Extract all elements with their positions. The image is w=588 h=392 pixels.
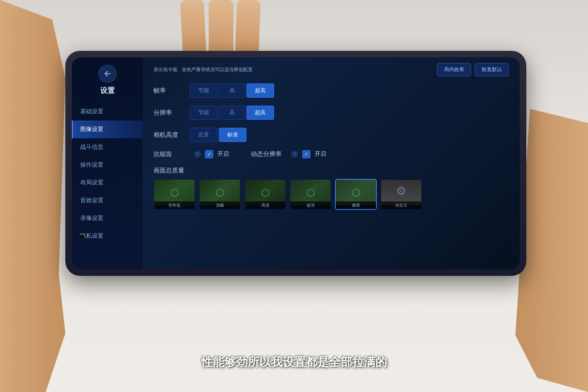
phone: 设置 基础设置 图像设置 战斗信息 操作设置 布局设置 音效设置 录像设置 隐私… bbox=[65, 51, 526, 276]
anti-alias-help-icon[interactable]: ? bbox=[194, 151, 201, 158]
quality-option-2[interactable]: ⬡ 高清 bbox=[244, 179, 286, 210]
camera-height-label: 相机高度 bbox=[154, 131, 190, 139]
top-bar-buttons: 局内效果 恢复默认 bbox=[437, 63, 509, 76]
resolution-option-2[interactable]: 超高 bbox=[246, 106, 274, 120]
in-game-effect-button[interactable]: 局内效果 bbox=[437, 63, 471, 76]
camera-height-row: 相机高度 近景 标准 bbox=[154, 128, 509, 142]
frame-rate-option-0[interactable]: 节能 bbox=[190, 83, 217, 98]
quality-option-5[interactable]: ⚙ 自定义 bbox=[380, 179, 422, 210]
back-button[interactable] bbox=[98, 65, 117, 83]
thumb-label-1: 流畅 bbox=[200, 201, 240, 209]
image-quality-title: 画面总质量 bbox=[154, 166, 509, 175]
subtitle: 性能够劲所以我设置都是全部拉满的 bbox=[0, 354, 588, 370]
phone-screen: 设置 基础设置 图像设置 战斗信息 操作设置 布局设置 音效设置 录像设置 隐私… bbox=[72, 57, 520, 269]
dynamic-res-checkbox[interactable] bbox=[302, 150, 310, 158]
dynamic-res-group: 动态分辨率 ? 开启 bbox=[251, 150, 326, 158]
camera-height-option-0[interactable]: 近景 bbox=[190, 128, 217, 142]
settings-title: 设置 bbox=[72, 86, 143, 95]
image-quality-section: 画面总质量 ⬡ 非常低 ⬡ bbox=[154, 166, 509, 210]
dynamic-res-toggle-label: 开启 bbox=[315, 150, 326, 158]
camera-height-option-1[interactable]: 标准 bbox=[219, 128, 246, 142]
sidebar: 设置 基础设置 图像设置 战斗信息 操作设置 布局设置 音效设置 录像设置 隐私… bbox=[72, 57, 143, 269]
sidebar-item-audio[interactable]: 音效设置 bbox=[72, 192, 143, 209]
frame-rate-row: 帧率 节能 高 超高 bbox=[154, 83, 509, 98]
sidebar-item-basic[interactable]: 基础设置 bbox=[72, 103, 143, 121]
hand-left bbox=[0, 0, 65, 392]
top-bar: 若出现卡顿、发热严重等情况可以适当降低配置 局内效果 恢复默认 bbox=[154, 63, 509, 76]
phone-body: 设置 基础设置 图像设置 战斗信息 操作设置 布局设置 音效设置 录像设置 隐私… bbox=[65, 51, 526, 276]
thumb-icon-0: ⬡ bbox=[170, 187, 179, 199]
resolution-label: 分辨率 bbox=[154, 109, 190, 117]
sidebar-item-layout[interactable]: 布局设置 bbox=[72, 174, 143, 192]
main-content: 若出现卡顿、发热严重等情况可以适当降低配置 局内效果 恢复默认 帧率 节能 高 … bbox=[143, 57, 520, 269]
sidebar-item-record[interactable]: 录像设置 bbox=[72, 209, 143, 227]
thumb-label-5: 自定义 bbox=[381, 201, 421, 209]
quality-option-4[interactable]: 推荐 ⬡ 极致 bbox=[335, 179, 377, 210]
dynamic-res-label: 动态分辨率 bbox=[251, 150, 287, 158]
thumb-icon-4: ⬡ bbox=[352, 187, 360, 199]
anti-alias-label: 抗锯齿 bbox=[154, 150, 190, 158]
screen-content: 设置 基础设置 图像设置 战斗信息 操作设置 布局设置 音效设置 录像设置 隐私… bbox=[72, 57, 520, 269]
thumb-icon-3: ⬡ bbox=[306, 187, 315, 199]
quality-option-0[interactable]: ⬡ 非常低 bbox=[154, 179, 195, 210]
thumb-label-0: 非常低 bbox=[154, 201, 195, 209]
anti-alias-group: 抗锯齿 ? 开启 bbox=[154, 150, 229, 158]
sidebar-item-image[interactable]: 图像设置 bbox=[72, 121, 143, 138]
resolution-option-1[interactable]: 高 bbox=[219, 106, 245, 120]
dynamic-res-help-icon[interactable]: ? bbox=[291, 151, 298, 158]
frame-rate-option-1[interactable]: 高 bbox=[219, 83, 245, 98]
thumb-label-2: 高清 bbox=[245, 201, 285, 209]
thumb-label-3: 超清 bbox=[290, 201, 331, 209]
camera-dot bbox=[79, 234, 85, 240]
quality-option-3[interactable]: ⬡ 超清 bbox=[290, 179, 331, 210]
thumb-icon-2: ⬡ bbox=[261, 187, 270, 199]
frame-rate-options: 节能 高 超高 bbox=[190, 83, 274, 98]
anti-alias-checkbox[interactable] bbox=[205, 150, 213, 158]
thumb-gear-icon: ⚙ bbox=[396, 184, 407, 198]
thumb-label-4: 极致 bbox=[336, 201, 376, 209]
resolution-options: 节能 高 超高 bbox=[190, 106, 274, 120]
resolution-row: 分辨率 节能 高 超高 bbox=[154, 106, 509, 120]
sidebar-item-battle[interactable]: 战斗信息 bbox=[72, 138, 143, 156]
quality-thumbnails: ⬡ 非常低 ⬡ 流畅 bbox=[154, 179, 509, 210]
finger-top-1 bbox=[180, 0, 207, 59]
quality-option-1[interactable]: ⬡ 流畅 bbox=[199, 179, 241, 210]
top-bar-notice: 若出现卡顿、发热严重等情况可以适当降低配置 bbox=[154, 66, 253, 73]
resolution-option-0[interactable]: 节能 bbox=[190, 106, 217, 120]
restore-default-button[interactable]: 恢复默认 bbox=[475, 63, 509, 76]
frame-rate-label: 帧率 bbox=[154, 86, 190, 95]
thumb-icon-1: ⬡ bbox=[216, 187, 224, 199]
camera-height-options: 近景 标准 bbox=[190, 128, 246, 142]
anti-alias-toggle-label: 开启 bbox=[217, 150, 229, 158]
sidebar-item-controls[interactable]: 操作设置 bbox=[72, 156, 143, 174]
frame-rate-option-2[interactable]: 超高 bbox=[246, 83, 274, 98]
toggle-settings-row: 抗锯齿 ? 开启 动态分辨率 ? 开启 bbox=[154, 150, 509, 158]
